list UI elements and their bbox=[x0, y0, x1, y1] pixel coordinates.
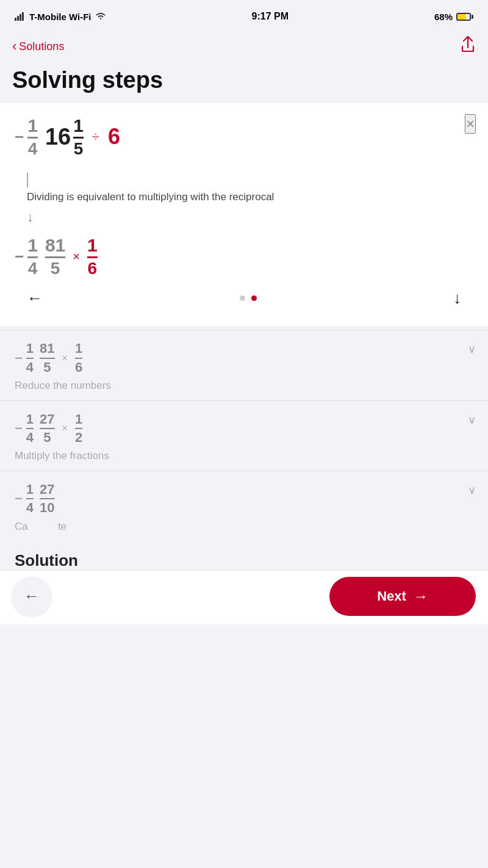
prev-step-button[interactable]: ← bbox=[27, 289, 43, 308]
frac-line-sm-2 bbox=[40, 358, 54, 359]
frac-sm-27-5: 27 5 bbox=[40, 412, 54, 445]
status-time: 9:17 PM bbox=[252, 11, 289, 22]
divisor-highlight: 6 bbox=[108, 124, 120, 150]
chevron-down-icon-2: ∨ bbox=[468, 413, 476, 427]
fraction-1-4: 1 4 bbox=[27, 115, 38, 158]
fraction-line-2 bbox=[73, 137, 84, 139]
carrier-text: T-Mobile Wi-Fi bbox=[29, 12, 92, 22]
frac-line-sm-5 bbox=[40, 428, 54, 429]
svg-rect-1 bbox=[17, 16, 19, 21]
page-title: Solving steps bbox=[12, 67, 476, 93]
frac-line-sm-3 bbox=[75, 358, 82, 359]
dot-2 bbox=[251, 295, 257, 301]
chevron-down-icon-1: ∨ bbox=[468, 342, 476, 356]
mixed-number: 16 1 5 bbox=[45, 115, 84, 158]
times-sm-2: × bbox=[62, 423, 68, 434]
minus-sm-2: − bbox=[15, 421, 23, 436]
div-sign: ÷ bbox=[92, 129, 99, 145]
dot-1 bbox=[240, 295, 245, 301]
fraction-line-4 bbox=[45, 256, 65, 258]
page-title-section: Solving steps bbox=[0, 65, 488, 103]
frac-sm-27-10: 27 10 bbox=[40, 482, 54, 515]
frac-sm-1-6: 1 6 bbox=[75, 341, 82, 374]
step-card-2[interactable]: ∨ − 1 4 27 5 × 1 2 Multiply the fraction… bbox=[0, 400, 488, 471]
fraction-line-5 bbox=[87, 256, 98, 258]
frac-line-sm-7 bbox=[26, 498, 34, 499]
fraction-1-5: 1 5 bbox=[73, 115, 84, 158]
step2-label: Multiply the fractions bbox=[15, 450, 473, 462]
step3-math: − 1 4 27 10 bbox=[15, 482, 473, 515]
chevron-down-icon-3: ∨ bbox=[468, 483, 476, 497]
frac-sm-1-4-b: 1 4 bbox=[26, 412, 34, 445]
frac-sm-1-4-c: 1 4 bbox=[26, 482, 34, 515]
step3-label: Calculatete bbox=[15, 521, 473, 533]
next-button[interactable]: Next → bbox=[329, 577, 476, 616]
status-carrier: T-Mobile Wi-Fi bbox=[15, 12, 106, 22]
svg-rect-3 bbox=[22, 12, 24, 21]
frac-sm-81-5: 81 5 bbox=[40, 341, 54, 374]
chevron-left-icon: ‹ bbox=[12, 38, 16, 54]
step-card-1[interactable]: ∨ − 1 4 81 5 × 1 6 Reduce the numbers bbox=[0, 330, 488, 400]
frac-sm-1-2: 1 2 bbox=[75, 412, 82, 445]
status-bar: T-Mobile Wi-Fi 9:17 PM 68% bbox=[0, 0, 488, 31]
minus-sign-2: − bbox=[15, 247, 24, 266]
down-arrow-icon: ↓ bbox=[27, 209, 34, 225]
expr1: − 1 4 16 1 5 ÷ 6 bbox=[15, 115, 473, 158]
share-icon bbox=[460, 35, 476, 54]
step-card-3[interactable]: ∨ − 1 4 27 10 Calculatete bbox=[0, 471, 488, 541]
svg-rect-2 bbox=[20, 14, 21, 21]
fraction2-1-4: 1 4 bbox=[27, 235, 38, 278]
frac-sm-1-4: 1 4 bbox=[26, 341, 34, 374]
close-button[interactable]: × bbox=[465, 114, 476, 134]
wifi-icon bbox=[95, 12, 106, 21]
back-circle-button[interactable]: ← bbox=[12, 577, 51, 616]
frac-line-sm-6 bbox=[75, 428, 82, 429]
next-label: Next bbox=[377, 588, 406, 604]
expr2: − 1 4 81 5 × 1 6 bbox=[15, 235, 473, 278]
step1-label: Reduce the numbers bbox=[15, 380, 473, 392]
step-nav-row: ← ↓ bbox=[15, 278, 473, 314]
step-description: Dividing is equivalent to multiplying wi… bbox=[27, 173, 473, 225]
solution-peek: Solution bbox=[0, 541, 488, 570]
back-circle-icon: ← bbox=[24, 587, 40, 606]
frac-line-sm-4 bbox=[26, 428, 34, 429]
step1-math: − 1 4 81 5 × 1 6 bbox=[15, 341, 473, 374]
fraction2-1-6: 1 6 bbox=[87, 235, 98, 278]
fraction2-81-5: 81 5 bbox=[45, 235, 65, 278]
frac-line-sm-8 bbox=[40, 498, 54, 499]
minus-sm-1: − bbox=[15, 350, 23, 366]
solution-label: Solution bbox=[15, 551, 78, 570]
step-explanation: Dividing is equivalent to multiplying wi… bbox=[27, 190, 274, 204]
svg-rect-0 bbox=[15, 18, 16, 21]
status-battery: 68% bbox=[434, 12, 473, 22]
times-sign: × bbox=[73, 250, 80, 264]
nav-bar: ‹ Solutions bbox=[0, 31, 488, 65]
minus-sm-3: − bbox=[15, 491, 23, 507]
back-button[interactable]: ‹ Solutions bbox=[12, 38, 64, 54]
share-button[interactable] bbox=[460, 35, 476, 57]
step-line bbox=[27, 173, 28, 187]
frac-line-sm-1 bbox=[26, 358, 34, 359]
bottom-bar: ← Next → bbox=[0, 570, 488, 624]
battery-icon bbox=[456, 13, 473, 21]
main-step-card: × − 1 4 16 1 5 ÷ 6 Dividing is equivalen… bbox=[0, 103, 488, 326]
step2-math: − 1 4 27 5 × 1 2 bbox=[15, 412, 473, 445]
next-step-button[interactable]: ↓ bbox=[453, 289, 461, 308]
signal-icon bbox=[15, 12, 26, 21]
next-arrow-icon: → bbox=[414, 588, 428, 605]
fraction-line-3 bbox=[27, 256, 38, 258]
back-label: Solutions bbox=[19, 40, 64, 53]
fraction-line bbox=[27, 137, 38, 139]
minus-sign-1: − bbox=[15, 128, 24, 146]
times-sm-1: × bbox=[62, 353, 68, 364]
battery-pct-text: 68% bbox=[434, 12, 453, 22]
pagination-dots bbox=[240, 295, 257, 301]
